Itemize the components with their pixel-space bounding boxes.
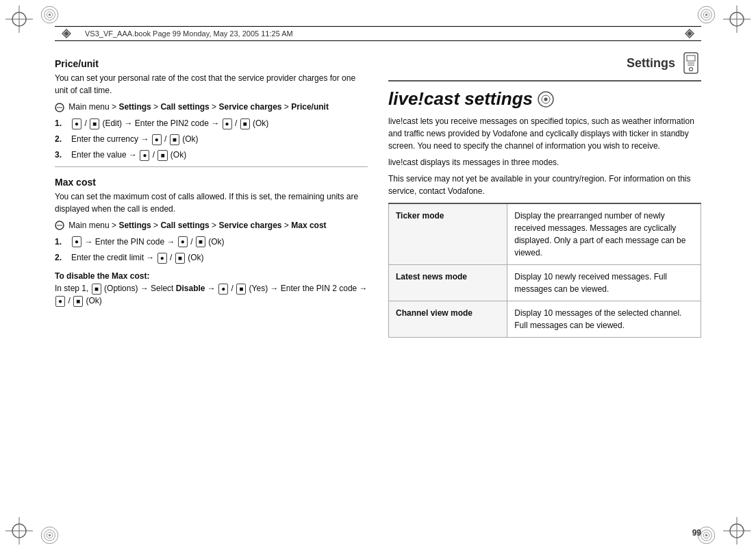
price-unit-steps: 1. ● / ■ (Edit) → Enter the PIN2 code → … xyxy=(55,117,368,162)
phone-icon xyxy=(681,51,701,75)
btn-square-5: ■ xyxy=(196,236,205,247)
diamond-icon-right xyxy=(685,29,694,38)
btn-circle-5: ● xyxy=(72,236,81,247)
svg-rect-37 xyxy=(687,55,695,61)
price-unit-nav: Main menu > Settings > Call settings > S… xyxy=(55,101,368,113)
svg-point-27 xyxy=(705,534,708,537)
btn-circle-3: ● xyxy=(152,134,162,145)
disable-max-cost-text: In step 1, ■ (Options) → Select Disable … xyxy=(55,282,368,307)
price-unit-body: You can set your personal rate of the co… xyxy=(55,72,368,97)
diamond-icon-left xyxy=(62,29,71,38)
spiral-icon-bl xyxy=(38,523,62,547)
reg-mark-tr xyxy=(723,5,751,33)
file-info-bar: VS3_VF_AAA.book Page 99 Monday, May 23, … xyxy=(55,26,701,41)
btn-square-3: ■ xyxy=(170,134,179,145)
price-unit-step-1: 1. ● / ■ (Edit) → Enter the PIN2 code → … xyxy=(55,117,368,130)
max-cost-nav: Main menu > Settings > Call settings > S… xyxy=(55,219,368,232)
max-cost-title: Max cost xyxy=(55,177,368,188)
max-cost-steps: 1. ● → Enter the PIN code → ● / ■ (Ok) 2… xyxy=(55,236,368,264)
reg-mark-bl xyxy=(5,517,33,545)
livecast-icon xyxy=(537,90,555,108)
btn-circle-8: ● xyxy=(218,284,228,295)
btn-square-9: ■ xyxy=(73,296,83,307)
svg-point-43 xyxy=(544,97,547,101)
spiral-icon-tr xyxy=(694,3,718,27)
mode-desc-2: Display 10 messages of the selected chan… xyxy=(507,301,701,338)
btn-circle-9: ● xyxy=(55,296,65,307)
svg-point-38 xyxy=(690,68,693,71)
mode-row-1: Latest news modeDisplay 10 newly receive… xyxy=(389,265,701,301)
btn-square-7: ■ xyxy=(92,284,101,295)
btn-circle-4: ● xyxy=(140,150,149,161)
btn-circle-2: ● xyxy=(223,118,232,129)
mode-name-1: Latest news mode xyxy=(389,265,507,301)
home-nav-icon-1 xyxy=(55,103,64,112)
price-unit-title: Price/unit xyxy=(55,58,368,69)
mode-row-2: Channel view modeDisplay 10 messages of … xyxy=(389,301,701,338)
reg-mark-br xyxy=(723,517,751,545)
file-info-text: VS3_VF_AAA.book Page 99 Monday, May 23, … xyxy=(85,29,293,38)
mode-desc-0: Display the prearranged number of newly … xyxy=(507,203,701,265)
price-unit-step-3: 3. Enter the value → ● / ■ (Ok) xyxy=(55,149,368,162)
svg-point-19 xyxy=(705,14,708,16)
content-area: Price/unit You can set your personal rat… xyxy=(55,45,701,516)
btn-square-1: ■ xyxy=(90,118,99,129)
mode-name-2: Channel view mode xyxy=(389,301,507,338)
btn-square-4: ■ xyxy=(158,150,167,161)
mode-desc-1: Display 10 newly received messages. Full… xyxy=(507,265,701,301)
max-cost-nav-text: Main menu > Settings > Call settings > S… xyxy=(68,221,326,230)
btn-circle-7: ● xyxy=(158,253,167,264)
btn-square-6: ■ xyxy=(175,253,185,264)
disable-max-cost-title: To disable the Max cost: xyxy=(55,271,368,281)
livecast-availability: This service may not yet be available in… xyxy=(388,173,701,197)
divider-1 xyxy=(55,166,368,167)
mode-name-0: Ticker mode xyxy=(389,203,507,265)
price-unit-step-2: 2. Enter the currency → ● / ■ (Ok) xyxy=(55,133,368,146)
reg-mark-tl xyxy=(5,5,33,33)
livecast-intro: live!cast lets you receive messages on s… xyxy=(388,115,701,152)
settings-divider xyxy=(388,80,701,82)
modes-table: Ticker modeDisplay the prearranged numbe… xyxy=(388,203,701,338)
left-column: Price/unit You can set your personal rat… xyxy=(55,45,368,516)
spiral-icon-tl xyxy=(38,3,62,27)
price-unit-nav-text: Main menu > Settings > Call settings > S… xyxy=(68,102,329,112)
btn-square-2: ■ xyxy=(240,118,250,129)
livecast-title: live!cast settings xyxy=(388,88,533,110)
livecast-modes-intro: live!cast displays its messages in three… xyxy=(388,156,701,168)
settings-label: Settings xyxy=(627,56,675,71)
svg-point-15 xyxy=(49,14,51,16)
btn-circle-6: ● xyxy=(178,236,188,247)
right-column: Settings live!cast settings live!cast le… xyxy=(388,45,701,516)
settings-header: Settings xyxy=(388,51,701,75)
max-cost-body: You can set the maximum cost of calls al… xyxy=(55,190,368,215)
btn-square-8: ■ xyxy=(236,284,246,295)
page-number: 99 xyxy=(692,528,701,538)
mode-row-0: Ticker modeDisplay the prearranged numbe… xyxy=(389,203,701,265)
livecast-header: live!cast settings xyxy=(388,88,701,110)
home-nav-icon-2 xyxy=(55,221,64,230)
svg-point-23 xyxy=(49,534,51,537)
btn-circle-1: ● xyxy=(72,118,81,129)
max-cost-step-2: 2. Enter the credit limit → ● / ■ (Ok) xyxy=(55,251,368,264)
max-cost-step-1: 1. ● → Enter the PIN code → ● / ■ (Ok) xyxy=(55,236,368,249)
